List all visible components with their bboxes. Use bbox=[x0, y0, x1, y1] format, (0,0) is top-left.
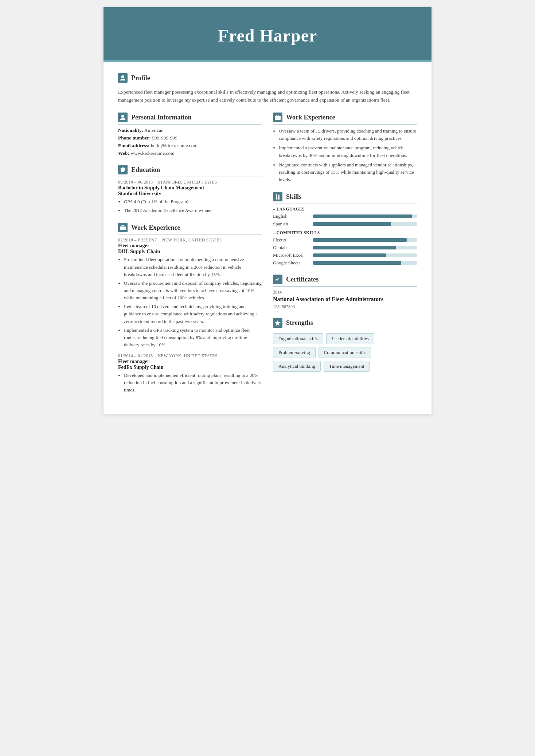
strengths-icon bbox=[273, 318, 282, 328]
personal-header: Personal Information bbox=[118, 113, 262, 125]
work-title-0: Fleet manager bbox=[118, 243, 262, 249]
work-bullet-0-3: Implemented a GPS tracking system to mon… bbox=[124, 327, 262, 349]
profile-title: Profile bbox=[131, 74, 150, 82]
skill-excel-fill bbox=[313, 253, 386, 257]
work-meta-1: 01/2014 – 01/2018 NEW YORK, UNITED STATE… bbox=[118, 354, 262, 358]
work-bullet-0-0: Streamlined fleet operations by implemen… bbox=[124, 256, 262, 278]
web-label: Web: bbox=[118, 150, 129, 156]
work-bullet-1-0: Developed and implemented efficient rout… bbox=[124, 372, 262, 394]
skill-excel: Microsoft Excel bbox=[273, 252, 417, 258]
edu-bullets-0: GPA 4.0 (Top 1% of the Program) The 2012… bbox=[118, 198, 262, 214]
work-entry-1: 01/2014 – 01/2018 NEW YORK, UNITED STATE… bbox=[118, 354, 262, 394]
svg-point-1 bbox=[121, 115, 124, 118]
work-right-section: Work Experience Oversaw a team of 15 dri… bbox=[273, 113, 417, 183]
skill-fleetio-name: Fleetio bbox=[273, 237, 309, 243]
skill-geotab-name: Geotab bbox=[273, 245, 309, 251]
candidate-name: Fred Harper bbox=[111, 25, 424, 46]
work-right-header: Work Experience bbox=[273, 113, 417, 125]
edu-bullet-0-0: GPA 4.0 (Top 1% of the Program) bbox=[124, 198, 262, 205]
work-left-header: Work Experience bbox=[118, 223, 262, 235]
edu-school-0: Stanford University bbox=[118, 191, 262, 197]
skill-excel-bar bbox=[313, 253, 417, 257]
skill-spanish: Spanish bbox=[273, 221, 417, 227]
web-value: www.kickresume.com bbox=[130, 150, 175, 156]
strength-2: Problem-solving bbox=[273, 347, 316, 358]
profile-header: Profile bbox=[118, 73, 417, 85]
profile-section: Profile Experienced fleet manager posses… bbox=[118, 73, 417, 104]
edu-meta-0: 09/2010 – 06/2013 STANFORD, UNITED STATE… bbox=[118, 180, 262, 184]
svg-rect-3 bbox=[121, 170, 125, 171]
skill-gsheets-fill bbox=[313, 261, 401, 265]
skill-spanish-name: Spanish bbox=[273, 221, 309, 227]
edu-entry-0: 09/2010 – 06/2013 STANFORD, UNITED STATE… bbox=[118, 180, 262, 214]
skill-excel-name: Microsoft Excel bbox=[273, 252, 309, 258]
strength-4: Analytical thinking bbox=[273, 361, 321, 372]
phone-item: Phone number: 999-999-999 bbox=[118, 135, 262, 141]
strengths-section: Strengths Organizational skills Leadersh… bbox=[273, 318, 417, 372]
skill-spanish-bar bbox=[313, 222, 417, 226]
cert-name-0: National Association of Fleet Administra… bbox=[273, 296, 417, 303]
skill-gsheets: Google Sheets bbox=[273, 260, 417, 266]
skill-english: English bbox=[273, 213, 417, 219]
education-section: Education 09/2010 – 06/2013 STANFORD, UN… bbox=[118, 165, 262, 214]
personal-details: Nationality: American Phone number: 999-… bbox=[118, 127, 262, 156]
skill-fleetio-fill bbox=[313, 238, 407, 242]
profile-icon bbox=[118, 73, 128, 83]
work-company-1: FedEx Supply Chain bbox=[118, 365, 262, 370]
certificates-header: Certificates bbox=[273, 275, 417, 287]
education-entries: 09/2010 – 06/2013 STANFORD, UNITED STATE… bbox=[118, 180, 262, 214]
main-content: Profile Experienced fleet manager posses… bbox=[104, 62, 431, 414]
phone-value: 999-999-999 bbox=[152, 135, 177, 141]
work-bullet-0-2: Led a team of 10 drivers and technicians… bbox=[124, 303, 262, 325]
education-title: Education bbox=[131, 166, 160, 174]
skill-spanish-fill bbox=[313, 222, 391, 226]
cert-year-0: 2014 bbox=[273, 290, 417, 295]
edu-degree-0: Bachelor in Supply Chain Management bbox=[118, 185, 262, 191]
strengths-header: Strengths bbox=[273, 318, 417, 330]
work-right-bullets: Oversaw a team of 15 drivers, providing … bbox=[273, 127, 417, 183]
languages-label: – LANGUAGES bbox=[273, 207, 417, 211]
skills-title: Skills bbox=[286, 193, 301, 201]
strengths-title: Strengths bbox=[286, 319, 313, 327]
svg-rect-7 bbox=[277, 115, 279, 117]
left-column: Personal Information Nationality: Americ… bbox=[118, 113, 262, 402]
education-icon bbox=[118, 165, 128, 174]
profile-text: Experienced fleet manager possessing exc… bbox=[118, 88, 417, 104]
edu-location-0: STANFORD, UNITED STATES bbox=[158, 180, 217, 184]
skill-english-bar bbox=[313, 214, 417, 218]
strength-5: Time management bbox=[324, 361, 370, 372]
skill-geotab-bar bbox=[313, 246, 417, 249]
personal-title: Personal Information bbox=[131, 114, 192, 121]
skill-gsheets-name: Google Sheets bbox=[273, 260, 309, 266]
strengths-grid: Organizational skills Leadership abiliti… bbox=[273, 333, 417, 372]
work-date-1: 01/2014 – 01/2018 bbox=[118, 354, 153, 358]
cert-id-0: 1234567890 bbox=[273, 304, 417, 310]
work-right-title: Work Experience bbox=[286, 114, 335, 121]
nationality-label: Nationality: bbox=[118, 127, 143, 133]
work-entry-0: 02/2018 – PRESENT NEW YORK, UNITED STATE… bbox=[118, 238, 262, 349]
email-label: Email address: bbox=[118, 143, 149, 148]
computer-subsection: – COMPUTER SKILLS Fleetio Geotab bbox=[273, 231, 417, 266]
skill-fleetio-bar bbox=[313, 238, 417, 242]
right-column: Work Experience Oversaw a team of 15 dri… bbox=[273, 113, 417, 402]
strength-1: Leadership abilities bbox=[326, 333, 374, 344]
work-right-icon bbox=[273, 113, 282, 122]
work-bullets-1: Developed and implemented efficient rout… bbox=[118, 372, 262, 394]
work-left-icon bbox=[118, 223, 128, 232]
certificates-section: Certificates 2014 National Association o… bbox=[273, 275, 417, 310]
skill-english-fill bbox=[313, 214, 412, 218]
skills-header: Skills bbox=[273, 192, 417, 204]
two-col-layout: Personal Information Nationality: Americ… bbox=[118, 113, 417, 402]
nationality-value: American bbox=[144, 127, 164, 133]
work-left-title: Work Experience bbox=[131, 224, 180, 232]
work-right-bullet-0: Oversaw a team of 15 drivers, providing … bbox=[279, 127, 417, 142]
svg-marker-13 bbox=[275, 320, 281, 326]
work-bullet-0-1: Oversaw the procurement and disposal of … bbox=[124, 280, 262, 302]
phone-label: Phone number: bbox=[118, 135, 151, 141]
skill-english-name: English bbox=[273, 213, 309, 219]
skill-fleetio: Fleetio bbox=[273, 237, 417, 243]
skills-section: Skills – LANGUAGES English Spanish bbox=[273, 192, 417, 266]
work-location-0: NEW YORK, UNITED STATES bbox=[162, 238, 222, 242]
edu-bullet-0-1: The 2012 Academic Excellence Award winne… bbox=[124, 207, 262, 214]
work-left-section: Work Experience 02/2018 – PRESENT NEW YO… bbox=[118, 223, 262, 394]
